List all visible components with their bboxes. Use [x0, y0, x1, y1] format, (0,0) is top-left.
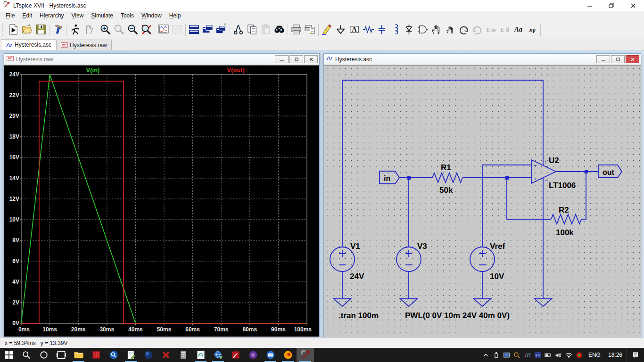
- v3-name[interactable]: V3: [417, 242, 427, 251]
- taskbar-purple-app-icon[interactable]: [244, 348, 262, 362]
- taskbar-task-view-icon[interactable]: [52, 348, 70, 362]
- waveform-plot-area[interactable]: 0V2V4V6V8V10V12V14V16V18V20V22V24V0ms10m…: [4, 65, 319, 336]
- print-button[interactable]: [289, 23, 303, 37]
- waveform-window-titlebar[interactable]: Hysteresis.raw: [4, 54, 319, 65]
- tab-hysteresis-raw[interactable]: Hysteresis.raw: [56, 40, 112, 50]
- zoom-fit-button[interactable]: [140, 23, 153, 37]
- tab-hysteresis-asc[interactable]: Hysteresis.asc: [1, 39, 56, 50]
- taskbar-mail-app-icon[interactable]: [262, 348, 279, 362]
- resistor-button[interactable]: [361, 23, 375, 37]
- menu-simulate[interactable]: Simulate: [87, 12, 117, 19]
- tray-quotes-app-icon[interactable]: [533, 351, 543, 359]
- clock[interactable]: 18:26: [604, 352, 626, 358]
- tray-chevron-up-icon[interactable]: [481, 351, 491, 359]
- schematic-restore-button[interactable]: [611, 55, 625, 63]
- waveform-window[interactable]: Hysteresis.raw 0V2V4V6V8V10V12V14V16V18V…: [4, 53, 320, 337]
- r1-name[interactable]: R1: [441, 163, 451, 172]
- taskbar-globe-app-icon[interactable]: [209, 348, 227, 362]
- menu-edit[interactable]: Edit: [18, 12, 36, 19]
- port-in-label[interactable]: in: [384, 174, 390, 182]
- move-button[interactable]: [429, 23, 443, 37]
- vref-value[interactable]: 10V: [490, 272, 504, 281]
- tray-battery-icon[interactable]: [543, 351, 553, 359]
- opamp-model[interactable]: LT1006: [549, 181, 576, 190]
- taskbar-file-explorer-icon[interactable]: [70, 348, 87, 362]
- opamp-name[interactable]: U2: [549, 156, 559, 165]
- toolbar-grip[interactable]: [2, 24, 5, 36]
- taskbar-calculator-app-icon[interactable]: [174, 348, 192, 362]
- menu-view[interactable]: View: [67, 12, 87, 19]
- tray-usb-icon[interactable]: [491, 351, 502, 359]
- undo-button[interactable]: [457, 23, 471, 37]
- menu-window[interactable]: Window: [138, 12, 165, 19]
- menu-help[interactable]: Help: [165, 12, 185, 19]
- cascade-windows-button[interactable]: [201, 23, 215, 37]
- taskbar-red-pencil-app-icon[interactable]: [227, 348, 244, 362]
- taskbar-dotted-grid-app-icon[interactable]: [87, 348, 105, 362]
- cut-button[interactable]: [231, 23, 245, 37]
- zoom-out-button[interactable]: [126, 23, 140, 37]
- drag-button[interactable]: [443, 23, 457, 37]
- r2-name[interactable]: R2: [559, 206, 569, 214]
- v1-name[interactable]: V1: [350, 242, 360, 251]
- waveform-close-button[interactable]: [304, 55, 318, 63]
- run-button[interactable]: [68, 23, 82, 37]
- new-schematic-button[interactable]: [7, 23, 20, 37]
- trace-label-V(out)[interactable]: V(out): [227, 66, 245, 74]
- tile-windows-button[interactable]: [187, 23, 201, 37]
- taskbar-ltspice-icon[interactable]: [297, 348, 314, 362]
- plot-background[interactable]: [4, 66, 319, 337]
- trace-label-V(in)[interactable]: V(in): [86, 66, 100, 74]
- language-indicator[interactable]: ENG: [585, 352, 604, 358]
- copy-button[interactable]: [245, 23, 259, 37]
- capacitor-button[interactable]: [375, 23, 388, 37]
- control-panel-button[interactable]: [51, 23, 65, 37]
- menu-hierarchy[interactable]: Hierarchy: [36, 12, 67, 19]
- tray-activity-bars-icon[interactable]: [522, 351, 533, 359]
- notification-center-icon[interactable]: [626, 348, 644, 362]
- open-file-button[interactable]: [20, 23, 34, 37]
- menu-file[interactable]: File: [2, 12, 18, 19]
- save-button[interactable]: [34, 23, 48, 37]
- cascade-new-window-button[interactable]: [215, 23, 228, 37]
- schematic-canvas[interactable]: R1 50k R2 100k U2 LT1006 V1 24V V3 Vref …: [324, 66, 641, 337]
- text-tool-button[interactable]: Aa: [512, 23, 525, 37]
- tray-av-status-icon[interactable]: [574, 351, 585, 359]
- schematic-window[interactable]: Hysteresis.asc: [323, 53, 641, 337]
- taskbar-blue-search-app-icon[interactable]: [105, 348, 122, 362]
- restore-button[interactable]: [601, 0, 622, 11]
- net-label-button[interactable]: A: [347, 23, 361, 37]
- ground-button[interactable]: [334, 23, 347, 37]
- schematic-minimize-button[interactable]: [596, 55, 610, 63]
- taskbar-cad-app-icon[interactable]: [192, 348, 209, 362]
- menu-tools[interactable]: Tools: [117, 12, 138, 19]
- taskbar-red-x-app-icon[interactable]: [157, 348, 174, 362]
- vref-name[interactable]: Vref: [490, 242, 505, 251]
- close-button[interactable]: [622, 0, 644, 11]
- waveform-minimize-button[interactable]: [275, 55, 289, 63]
- wire-button[interactable]: [320, 23, 334, 37]
- v1-value[interactable]: 24V: [350, 272, 364, 281]
- waveform-plot[interactable]: 0V2V4V6V8V10V12V14V16V18V20V22V24V0ms10m…: [4, 66, 319, 337]
- print-preview-button[interactable]: [303, 23, 317, 37]
- directive-pwl[interactable]: PWL(0 0V 10m 24V 40m 0V): [405, 311, 510, 320]
- schematic-close-button[interactable]: [626, 55, 639, 63]
- diode-button[interactable]: [402, 23, 416, 37]
- find-button[interactable]: [272, 23, 286, 37]
- taskbar-search-icon[interactable]: [17, 348, 35, 362]
- r2-value[interactable]: 100k: [556, 228, 574, 237]
- component-button[interactable]: [416, 23, 429, 37]
- port-out-label[interactable]: out: [603, 168, 615, 176]
- autorange-waveform-button[interactable]: [157, 23, 170, 37]
- waveform-restore-button[interactable]: [289, 55, 303, 63]
- schematic-window-titlebar[interactable]: Hysteresis.asc: [324, 54, 641, 65]
- tray-window-icon[interactable]: [502, 351, 512, 359]
- minimize-button[interactable]: [579, 0, 601, 11]
- tray-wifi-icon[interactable]: [564, 351, 574, 359]
- r1-value[interactable]: 50k: [439, 186, 453, 195]
- zoom-in-button[interactable]: [99, 23, 112, 37]
- inductor-button[interactable]: [388, 23, 402, 37]
- taskbar-sphere-app-icon[interactable]: [140, 348, 157, 362]
- spice-directive-button[interactable]: .op: [525, 23, 539, 37]
- directive-tran[interactable]: .tran 100m: [339, 311, 379, 320]
